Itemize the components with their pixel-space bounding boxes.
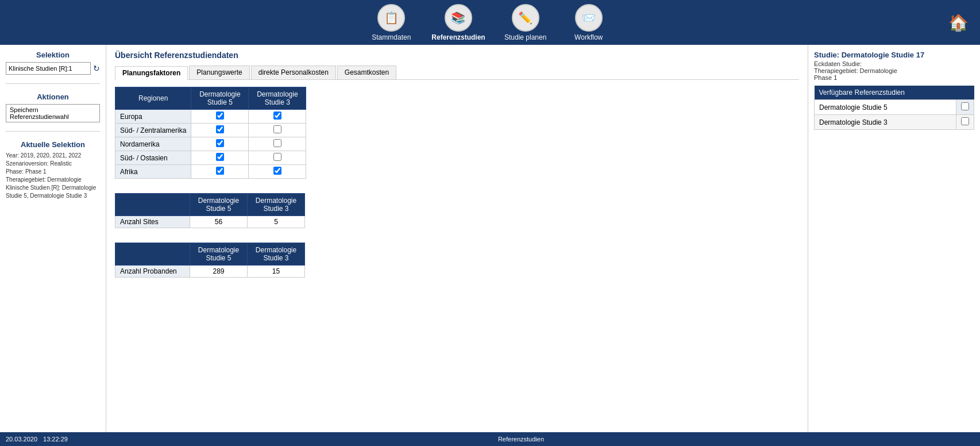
europa-studie3-cell	[249, 110, 306, 124]
status-center: Referenzstudien	[68, 436, 974, 443]
anzahl-probanden-studie5: 289	[190, 266, 248, 278]
col-regionen: Regionen	[115, 87, 191, 110]
col-studie3-sites: DermatologieStudie 3	[248, 194, 305, 216]
stammdaten-label: Stammdaten	[372, 33, 411, 41]
right-panel: Studie: Dermatologie Studie 17 Eckdaten …	[808, 45, 980, 432]
sites-table: DermatologieStudie 5 DermatologieStudie …	[115, 193, 305, 228]
referenzstudien-label: Referenzstudien	[431, 33, 485, 41]
anzahl-probanden-studie3: 15	[248, 266, 305, 278]
europa-studie5-checkbox[interactable]	[216, 111, 224, 120]
save-referenzstudienwahl-button[interactable]: Speichern Referenzstudienwahl	[6, 104, 100, 122]
dermatologie-studie3-cb-cell	[956, 115, 974, 130]
nordamerika-studie3-checkbox[interactable]	[273, 139, 281, 147]
aktionen-title: Aktionen	[6, 93, 100, 101]
nav-referenzstudien[interactable]: 📚 Referenzstudien	[431, 4, 485, 41]
sued-zentralamerika-studie5-checkbox[interactable]	[216, 125, 224, 133]
region-nordamerika: Nordamerika	[115, 137, 191, 151]
table-row: Dermatologie Studie 5	[815, 100, 974, 115]
status-date: 20.03.2020	[6, 436, 37, 443]
table-row: Anzahl Probanden 289 15	[115, 266, 305, 278]
sued-ostasien-studie3-cell	[249, 151, 306, 165]
table-row: Dermatologie Studie 3	[815, 115, 974, 130]
region-afrika: Afrika	[115, 165, 191, 179]
col-studie3-regions: DermatologieStudie 3	[249, 87, 306, 110]
status-bar: 20.03.2020 13:22:29 Referenzstudien	[0, 432, 980, 446]
page-title: Übersicht Referenzstudiendaten	[115, 51, 799, 60]
selektion-input[interactable]	[6, 62, 91, 75]
nordamerika-studie5-checkbox[interactable]	[216, 139, 224, 147]
top-navigation: 📋 Stammdaten 📚 Referenzstudien ✏️ Studie…	[0, 0, 980, 45]
divider-1	[6, 83, 100, 84]
dermatologie-studie5-cb-cell	[956, 100, 974, 115]
sidebar: Selektion ↻ Aktionen Speichern Referenzs…	[0, 45, 106, 432]
status-time: 13:22:29	[43, 436, 68, 443]
home-button[interactable]: 🏠	[948, 13, 969, 32]
sued-ostasien-studie5-checkbox[interactable]	[216, 153, 224, 161]
anzahl-probanden-label: Anzahl Probanden	[115, 266, 190, 278]
sued-ostasien-studie3-checkbox[interactable]	[273, 153, 281, 161]
referenzstudien-cb-header	[956, 86, 974, 100]
table-row: Süd- / Ostasien	[115, 151, 306, 165]
referenzstudien-table: Verfügbare Referenzstudien Dermatologie …	[814, 86, 974, 130]
table-row: Europa	[115, 110, 306, 124]
sued-zentralamerika-studie3-cell	[249, 124, 306, 137]
anzahl-sites-studie3: 5	[248, 216, 305, 228]
table-row: Afrika	[115, 165, 306, 179]
selektion-input-row: ↻	[6, 62, 100, 75]
nav-studie-planen[interactable]: ✏️ Studie planen	[503, 4, 549, 41]
refresh-button[interactable]: ↻	[93, 62, 100, 75]
afrika-studie3-cell	[249, 165, 306, 179]
study-title: Studie: Dermatologie Studie 17	[814, 51, 974, 59]
sued-ostasien-studie5-cell	[191, 151, 249, 165]
tab-direkte-personalkosten[interactable]: direkte Personalkosten	[251, 66, 336, 79]
tab-gesamtkosten[interactable]: Gesamtkosten	[337, 66, 396, 79]
tab-planungswerte[interactable]: Planungswerte	[189, 66, 249, 79]
col-studie5-regions: DermatologieStudie 5	[191, 87, 249, 110]
referenzstudien-icon: 📚	[445, 4, 472, 32]
afrika-studie5-checkbox[interactable]	[216, 167, 224, 175]
content-area: Übersicht Referenzstudiendaten Planungsf…	[106, 45, 808, 432]
studie-planen-icon: ✏️	[512, 4, 539, 32]
aktuelle-selektion-title: Aktuelle Selektion	[6, 140, 100, 149]
europa-studie5-cell	[191, 110, 249, 124]
therapiegebiet-text: Therapiegebiet: Dermatologie	[814, 67, 897, 74]
workflow-label: Workflow	[574, 33, 603, 41]
dermatologie-studie3-label: Dermatologie Studie 3	[815, 115, 956, 130]
nav-workflow[interactable]: 📨 Workflow	[566, 4, 612, 41]
divider-2	[6, 131, 100, 132]
col-studie3-probanden: DermatologieStudie 3	[248, 243, 305, 266]
studie-planen-label: Studie planen	[504, 33, 546, 41]
afrika-studie3-checkbox[interactable]	[273, 167, 281, 175]
table-row: Süd- / Zentralamerika	[115, 124, 306, 137]
probanden-table: DermatologieStudie 5 DermatologieStudie …	[115, 243, 305, 278]
workflow-icon: 📨	[575, 4, 603, 32]
dermatologie-studie3-right-checkbox[interactable]	[961, 117, 969, 125]
nordamerika-studie3-cell	[249, 137, 306, 151]
nordamerika-studie5-cell	[191, 137, 249, 151]
europa-studie3-checkbox[interactable]	[273, 111, 281, 120]
afrika-studie5-cell	[191, 165, 249, 179]
col-studie5-probanden: DermatologieStudie 5	[190, 243, 248, 266]
stammdaten-icon: 📋	[377, 4, 405, 32]
sued-zentralamerika-studie3-checkbox[interactable]	[273, 125, 281, 133]
regions-table: Regionen DermatologieStudie 5 Dermatolog…	[115, 87, 306, 179]
region-sued-ostasien: Süd- / Ostasien	[115, 151, 191, 165]
tabs-container: Planungsfaktoren Planungswerte direkte P…	[115, 66, 799, 80]
probanden-empty-col	[115, 243, 190, 266]
sites-empty-col	[115, 194, 190, 216]
sued-zentralamerika-studie5-cell	[191, 124, 249, 137]
region-europa: Europa	[115, 110, 191, 124]
eckdaten-text: Eckdaten Studie:	[814, 60, 862, 67]
table-row: Nordamerika	[115, 137, 306, 151]
col-studie5-sites: DermatologieStudie 5	[190, 194, 248, 216]
referenzstudien-header: Verfügbare Referenzstudien	[815, 86, 956, 100]
region-sued-zentralamerika: Süd- / Zentralamerika	[115, 124, 191, 137]
selektion-title: Selektion	[6, 51, 100, 59]
dermatologie-studie5-right-checkbox[interactable]	[961, 102, 969, 110]
nav-items: 📋 Stammdaten 📚 Referenzstudien ✏️ Studie…	[368, 4, 611, 41]
anzahl-sites-label: Anzahl Sites	[115, 216, 190, 228]
dermatologie-studie5-label: Dermatologie Studie 5	[815, 100, 956, 115]
nav-stammdaten[interactable]: 📋 Stammdaten	[368, 4, 414, 41]
table-row: Anzahl Sites 56 5	[115, 216, 305, 228]
tab-planungsfaktoren[interactable]: Planungsfaktoren	[115, 66, 188, 80]
